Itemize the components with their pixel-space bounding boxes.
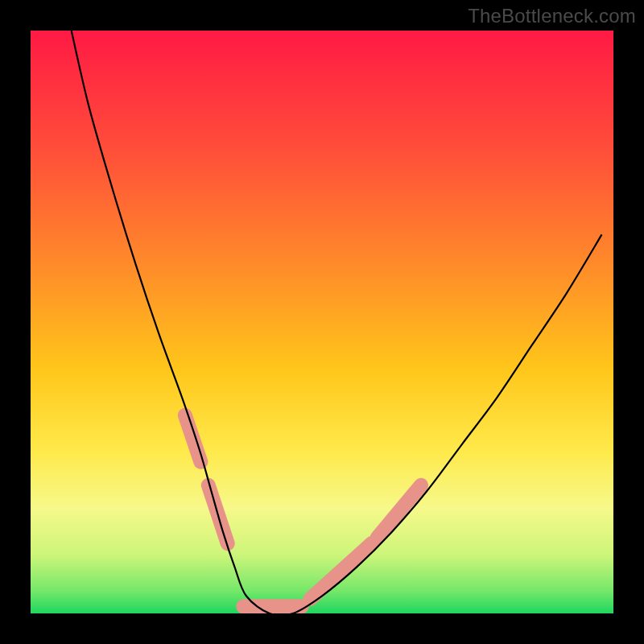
chart-svg	[31, 31, 613, 613]
chart-frame: TheBottleneck.com	[0, 0, 644, 644]
watermark-text: TheBottleneck.com	[468, 5, 636, 27]
gradient-background	[31, 31, 613, 613]
plot-area	[31, 31, 613, 613]
